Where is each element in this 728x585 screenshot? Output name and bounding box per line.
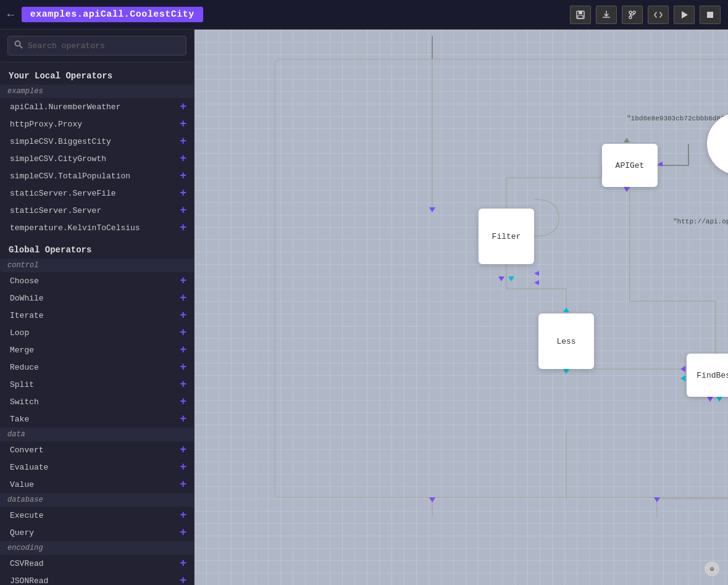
svg-point-8 [15,41,20,46]
list-item[interactable]: simpleCSV.CityGrowth + [0,150,194,167]
add-operator-icon[interactable]: + [180,118,186,130]
workflow-title: examples.apiCall.CoolestCity [22,7,203,22]
list-item[interactable]: Reduce+ [0,359,194,376]
svg-marker-34 [429,497,435,502]
list-item[interactable]: Iterate+ [0,307,194,324]
list-item[interactable]: Convert+ [0,441,194,458]
list-item[interactable]: Switch+ [0,393,194,410]
add-operator-icon[interactable]: + [180,575,186,585]
apiget-node[interactable]: APIGet [602,144,658,187]
add-operator-icon[interactable]: + [180,153,186,164]
list-item[interactable]: temperature.KelvinToCelsius + [0,219,194,236]
sidebar: Your Local Operators examples apiCall.Nu… [0,30,195,585]
findbest-node[interactable]: FindBest [687,354,728,397]
global-operators-header: Global Operators [0,236,194,259]
search-bar [0,30,194,62]
list-item[interactable]: CSVRead+ [0,555,194,572]
svg-marker-17 [508,276,514,281]
string-label-1: "1bd6e8e9303cb72cbbb8d87097ef6198" [627,115,728,122]
list-item[interactable]: DoWhile+ [0,289,194,307]
add-operator-icon[interactable]: + [180,170,186,181]
list-item[interactable]: Loop+ [0,324,194,341]
svg-marker-18 [534,271,539,276]
add-operator-icon[interactable]: + [180,558,186,569]
list-item[interactable]: JSONRead+ [0,572,194,585]
save-button[interactable] [570,6,591,24]
string-label-2: "http://api.openweathermap.org/data/2.5/… [673,218,728,225]
list-item[interactable]: Split+ [0,376,194,393]
add-operator-icon[interactable]: + [180,101,186,112]
add-operator-icon[interactable]: + [180,222,186,233]
add-operator-icon[interactable]: + [180,362,186,373]
run-button[interactable] [674,6,695,24]
list-item[interactable]: Value+ [0,476,194,493]
less-node[interactable]: Less [538,313,594,369]
list-item[interactable]: Execute+ [0,507,194,524]
svg-marker-23 [563,307,569,312]
git-button[interactable] [622,6,643,24]
list-item[interactable]: Choose+ [0,272,194,289]
svg-marker-20 [624,138,630,143]
connections-svg [195,30,728,585]
svg-marker-24 [563,369,569,374]
list-item[interactable]: apiCall.NuremberWeather + [0,98,194,115]
control-category-label: control [0,259,194,272]
svg-marker-19 [534,280,539,285]
svg-line-9 [20,46,22,48]
list-item[interactable]: Merge+ [0,341,194,359]
list-item[interactable]: simpleCSV.TotalPopulation + [0,167,194,185]
code-button[interactable] [648,6,669,24]
filter-node[interactable]: Filter [479,209,534,264]
add-operator-icon[interactable]: + [180,188,186,199]
add-operator-icon[interactable]: + [180,396,186,407]
add-operator-icon[interactable]: + [180,292,186,304]
search-icon [14,40,23,51]
list-item[interactable]: httpProxy.Proxy + [0,115,194,133]
svg-marker-35 [654,497,660,502]
add-operator-icon[interactable]: + [180,310,186,321]
svg-marker-25 [680,366,685,372]
svg-marker-26 [680,375,685,381]
download-button[interactable] [596,6,617,24]
add-operator-icon[interactable]: + [180,527,186,538]
list-item[interactable]: Take+ [0,410,194,428]
data-category-label: data [0,428,194,441]
svg-marker-6 [682,11,688,19]
search-box [7,36,186,56]
svg-rect-11 [275,59,728,497]
add-operator-icon[interactable]: + [180,444,186,455]
add-operator-icon[interactable]: + [180,205,186,216]
svg-marker-27 [707,397,713,402]
add-operator-icon[interactable]: + [180,479,186,490]
svg-rect-1 [579,11,582,14]
add-operator-icon[interactable]: + [180,275,186,286]
list-item[interactable]: Query+ [0,524,194,541]
back-button[interactable]: ← [7,9,14,21]
list-item[interactable]: staticServer.ServeFile + [0,185,194,202]
add-operator-icon[interactable]: + [180,413,186,425]
svg-rect-7 [707,12,713,18]
local-category-label: examples [0,85,194,98]
list-item[interactable]: staticServer.Server + [0,202,194,219]
zoom-button[interactable]: ⊕ [705,562,719,576]
stop-button[interactable] [700,6,721,24]
add-operator-icon[interactable]: + [180,344,186,355]
add-operator-icon[interactable]: + [180,462,186,473]
search-input[interactable] [28,41,180,51]
encoding-category-label: encoding [0,541,194,555]
oval-node-1[interactable] [707,113,728,175]
list-item[interactable]: simpleCSV.BiggestCity + [0,133,194,150]
add-operator-icon[interactable]: + [180,379,186,390]
svg-marker-28 [716,397,722,402]
database-category-label: database [0,493,194,507]
canvas-area[interactable]: "1bd6e8e9303cb72cbbb8d87097ef6198" "http… [195,30,728,585]
add-operator-icon[interactable]: + [180,327,186,338]
svg-marker-15 [429,207,435,212]
main-layout: Your Local Operators examples apiCall.Nu… [0,30,728,585]
svg-marker-16 [498,276,504,281]
list-item[interactable]: Evaluate+ [0,458,194,476]
local-operators-header: Your Local Operators [0,62,194,85]
svg-marker-22 [658,162,663,167]
add-operator-icon[interactable]: + [180,510,186,521]
add-operator-icon[interactable]: + [180,136,186,147]
